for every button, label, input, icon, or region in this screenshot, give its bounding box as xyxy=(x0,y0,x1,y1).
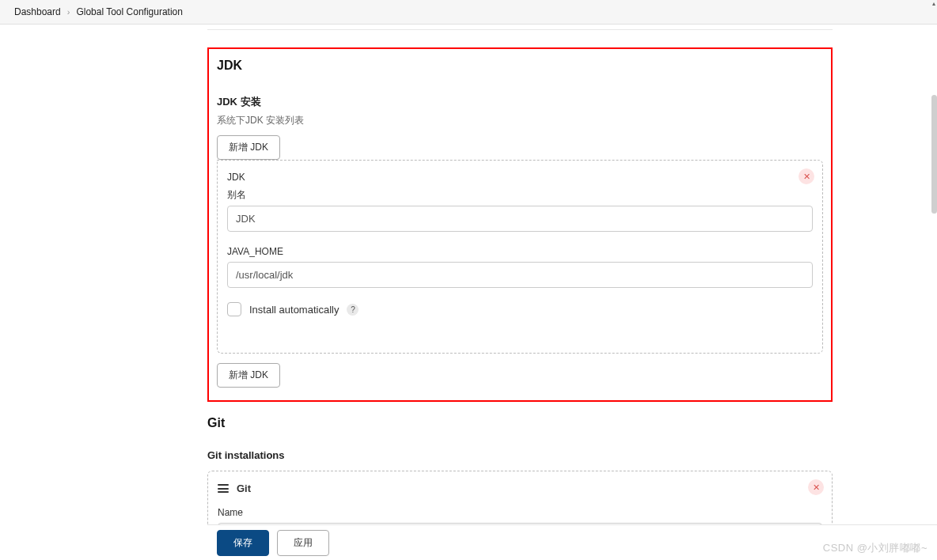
main-content: JDK JDK 安装 系统下JDK 安装列表 新增 JDK ✕ JDK 别名 J… xyxy=(0,25,937,560)
jdk-tool-name: JDK xyxy=(227,172,245,184)
jdk-section-highlight: JDK JDK 安装 系统下JDK 安装列表 新增 JDK ✕ JDK 别名 J… xyxy=(207,47,833,402)
jdk-install-hint: 系统下JDK 安装列表 xyxy=(217,114,823,127)
git-installations-label: Git installations xyxy=(207,449,833,461)
apply-button[interactable]: 应用 xyxy=(277,530,329,556)
save-button[interactable]: 保存 xyxy=(217,530,269,556)
jdk-alias-label: 别名 xyxy=(227,189,813,202)
add-jdk-button-bottom[interactable]: 新增 JDK xyxy=(217,363,280,388)
java-home-input[interactable] xyxy=(227,262,813,288)
section-divider xyxy=(207,29,833,30)
close-icon[interactable]: ✕ xyxy=(799,168,814,184)
jdk-section-title: JDK xyxy=(217,59,823,73)
git-entry-header: Git xyxy=(237,482,251,494)
add-jdk-button-top[interactable]: 新增 JDK xyxy=(217,135,280,160)
jdk-install-label: JDK 安装 xyxy=(217,95,823,109)
chevron-right-icon: › xyxy=(67,7,70,17)
footer-action-bar: 保存 应用 xyxy=(207,524,937,560)
java-home-label: JAVA_HOME xyxy=(227,246,813,257)
jdk-alias-input[interactable] xyxy=(227,206,813,232)
help-icon[interactable]: ? xyxy=(347,304,358,316)
jdk-tool-name-label: JDK xyxy=(227,172,813,184)
scroll-up-arrow-icon[interactable]: ▴ xyxy=(931,0,937,7)
breadcrumb: Dashboard › Global Tool Configuration xyxy=(0,0,937,25)
drag-handle-icon[interactable] xyxy=(218,484,229,493)
install-automatically-checkbox[interactable] xyxy=(227,302,241,316)
jdk-entry-box: ✕ JDK 别名 JAVA_HOME Install automatically… xyxy=(217,160,823,354)
breadcrumb-global-tool-configuration[interactable]: Global Tool Configuration xyxy=(76,6,183,17)
install-automatically-label: Install automatically xyxy=(249,304,339,316)
breadcrumb-dashboard[interactable]: Dashboard xyxy=(14,6,61,17)
git-name-label: Name xyxy=(218,507,822,518)
git-section-title: Git xyxy=(207,416,833,430)
